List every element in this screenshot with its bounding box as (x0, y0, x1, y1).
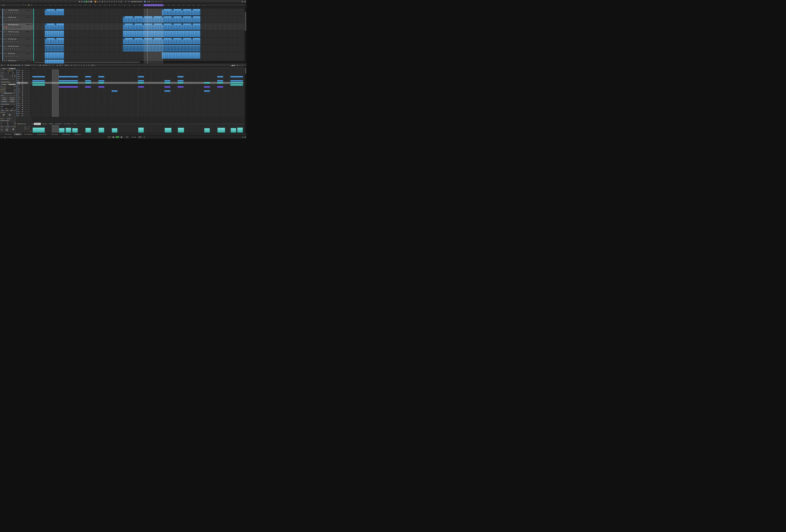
grid-lane-row[interactable] (32, 109, 244, 111)
regenerate-button[interactable]: ↻ (52, 64, 54, 66)
horizontal-scrollbar[interactable] (33, 61, 245, 63)
snap-modes-icon[interactable]: ◆ (4, 136, 6, 138)
lane-steps-box[interactable]: 32⇅ (28, 105, 32, 106)
ties-slider[interactable] (4, 86, 14, 87)
snap-mode-select[interactable]: ▦ Adapt to Zoom ▾ (130, 0, 143, 3)
midi-note[interactable] (230, 82, 243, 84)
track-control-a[interactable]: A (90, 1, 92, 3)
volume-slider[interactable] (26, 46, 32, 47)
midi-note[interactable] (85, 76, 91, 78)
freeze-button[interactable]: ▯ (16, 19, 17, 21)
zone-tab-midi-remote[interactable]: MIDI Remote (60, 133, 72, 135)
stop-button[interactable]: ■ (112, 136, 115, 138)
lane-list-item[interactable]: B232⇅ (17, 100, 32, 102)
midi-note[interactable] (217, 86, 223, 88)
zone-tab-modulators[interactable]: Modulators (72, 133, 84, 135)
timeline-ruler[interactable]: 3579111315171921232527293133353739414345… (33, 4, 245, 6)
instrument-button[interactable]: ▦ (9, 19, 11, 21)
record-button[interactable]: ● (120, 136, 123, 138)
track-control-l[interactable]: L (83, 1, 85, 3)
velocity-bar[interactable] (72, 128, 78, 133)
playback-direction-select[interactable]: → ▾ (73, 64, 77, 66)
chord-lane-section[interactable]: ▸ Chord Lane (0, 78, 16, 80)
pattern-select[interactable]: 1 Pattern ▾ (24, 64, 36, 66)
swing-slider[interactable] (2, 123, 14, 123)
presets-field[interactable]: Presets... ⋮ (42, 64, 52, 66)
scrollbar-thumb[interactable] (245, 12, 246, 31)
add-parameter-button[interactable]: + (31, 123, 33, 125)
midi-clip[interactable]: 1▾2▾ (45, 9, 64, 16)
track-lane[interactable] (33, 52, 245, 59)
velocity-bar[interactable] (85, 128, 91, 133)
grid-lane-row[interactable] (32, 90, 244, 92)
editor-solo-icon[interactable]: ▦ (1, 64, 3, 66)
volume-handle[interactable] (30, 24, 31, 25)
link-icon[interactable]: ⋈ (70, 64, 72, 66)
lane-steps-box[interactable]: 32⇅ (28, 78, 32, 79)
read-automation-button[interactable]: R (11, 12, 13, 14)
track-header[interactable]: 44MSSYN Stutter Synth◉e▦RW▯≡ (0, 45, 33, 52)
midi-note[interactable] (32, 84, 45, 86)
lane-steps-box[interactable]: 32⇅ (28, 111, 32, 112)
lane-list-item[interactable]: B132⇅ (17, 115, 32, 117)
erase-tool[interactable]: ◪ (101, 1, 103, 3)
monitor-button[interactable]: ◉ (5, 12, 7, 14)
density-knob[interactable] (11, 128, 15, 132)
volume-handle[interactable] (30, 9, 31, 10)
pulses-knob[interactable] (2, 114, 5, 117)
midi-note[interactable] (164, 86, 170, 88)
read-automation-button[interactable]: R (14, 26, 15, 28)
collapse-icon[interactable]: ▾ (0, 72, 1, 73)
step-forward-button[interactable]: ⇥ (80, 64, 83, 66)
grid-lane-row[interactable] (32, 78, 244, 80)
midi-note[interactable] (85, 82, 91, 84)
chevron-down-icon[interactable]: ▾ (143, 137, 143, 138)
velocity-max-spinner[interactable]: 127⇅ (27, 126, 31, 128)
velocity-bar[interactable] (59, 128, 65, 133)
grid-lane-row[interactable] (32, 70, 244, 72)
edit-channel-button[interactable]: e (7, 33, 9, 35)
track-lane[interactable] (33, 45, 245, 52)
lane-steps-box[interactable]: 32⇅ (28, 98, 32, 100)
grid-lane-row[interactable] (32, 111, 244, 113)
lane-list-item[interactable]: D#332⇅ (17, 96, 32, 98)
curve-icon[interactable]: ◔ (29, 131, 31, 132)
grid-lane-row[interactable] (32, 74, 244, 76)
lane-monitor-box[interactable]: ◉ ▾ (28, 68, 31, 69)
lane-steps-box[interactable]: 32⇅ (28, 84, 32, 86)
param-tab-repeats[interactable]: Repeats (41, 123, 48, 125)
solo-button[interactable]: S (5, 60, 7, 62)
track-lane[interactable] (33, 30, 245, 38)
read-automation-button[interactable]: R (11, 33, 13, 35)
track-control-m[interactable]: M (78, 1, 80, 3)
iterative-quantize-button[interactable]: ◎ (155, 1, 157, 3)
zone-tab-chord-pads[interactable]: Chord Pads (49, 133, 60, 135)
tie-min-spinner[interactable]: 1⇅ (10, 87, 13, 89)
lane-list-item[interactable]: G#332⇅ (17, 90, 32, 92)
read-automation-button[interactable]: R (11, 41, 13, 43)
pitch-low-spinner[interactable]: B1⇅ (7, 72, 11, 74)
duplicate-pattern-button[interactable]: ▣ (39, 64, 41, 66)
editor-vertical-scrollbar[interactable] (245, 67, 247, 133)
param-tab-velocity[interactable]: Velocity (34, 123, 41, 125)
mute-button[interactable]: M (3, 60, 5, 62)
midi-clip[interactable] (123, 45, 201, 51)
pattern-length-spinner[interactable]: 32 ⇅ (59, 64, 64, 66)
midi-note[interactable] (217, 80, 223, 82)
edit-channel-button[interactable]: e (7, 55, 9, 57)
lane-list-item[interactable]: A#332⇅ (17, 88, 32, 90)
lane-display-button[interactable]: ≡ (18, 48, 19, 50)
midi-note[interactable] (32, 82, 45, 84)
velocity-bar[interactable] (217, 128, 225, 133)
midi-note[interactable] (32, 76, 45, 78)
freeze-button[interactable]: ▯ (16, 48, 17, 50)
lane-list-item[interactable]: F#432⇅ (17, 78, 32, 80)
pattern-mode-icon[interactable]: ♪ (3, 64, 5, 66)
track-header[interactable]: 41MSSYN Ambient Pad●◉e▦RW▯≡ (0, 23, 33, 30)
read-automation-button[interactable]: R (11, 48, 13, 50)
lane-list-item[interactable]: F#332⇅ (17, 92, 32, 94)
slider-handle[interactable] (7, 124, 8, 125)
draw-tool[interactable]: ✎ (99, 1, 101, 3)
midi-note[interactable] (59, 80, 78, 82)
randomize-button[interactable]: Randomize (0, 92, 16, 94)
